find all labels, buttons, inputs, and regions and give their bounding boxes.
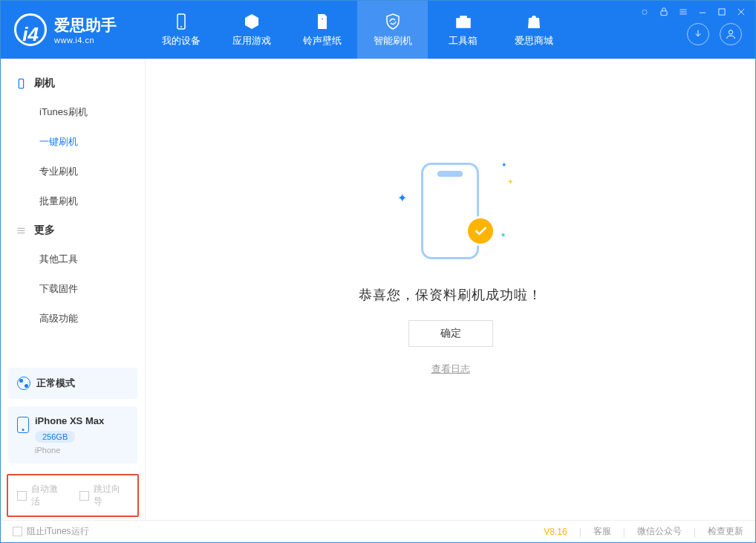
tab-label: 应用游戏: [232, 34, 271, 48]
link-update[interactable]: 检查更新: [708, 525, 743, 538]
ok-button[interactable]: 确定: [408, 320, 493, 347]
toolbox-icon: [454, 12, 473, 31]
app-url: www.i4.cn: [54, 36, 117, 45]
lock-icon[interactable]: [659, 7, 669, 17]
svg-rect-11: [19, 79, 23, 88]
logo-icon: i4: [14, 13, 47, 46]
separator: |: [579, 527, 581, 537]
tab-flash[interactable]: 智能刷机: [357, 1, 428, 59]
tab-device[interactable]: 我的设备: [146, 1, 216, 59]
device-card[interactable]: iPhone XS Max 256GB iPhone: [8, 406, 137, 464]
checkbox-label: 阻止iTunes运行: [27, 525, 89, 538]
sidebar-item-advanced[interactable]: 高级功能: [1, 304, 145, 334]
checkbox-block-itunes[interactable]: 阻止iTunes运行: [13, 525, 89, 538]
device-name: iPhone XS Max: [35, 415, 104, 426]
device-phone-icon: [17, 417, 29, 433]
view-log-link[interactable]: 查看日志: [431, 363, 470, 376]
music-file-icon: [313, 12, 332, 31]
tab-label: 我的设备: [162, 34, 201, 48]
svg-point-10: [729, 30, 732, 34]
checkbox-icon: [13, 527, 22, 536]
tab-ringtone[interactable]: 铃声壁纸: [287, 1, 357, 59]
top-tabs: 我的设备 应用游戏 铃声壁纸 智能刷机 工具箱 爱思商城: [146, 1, 569, 59]
outfit-icon[interactable]: [639, 7, 650, 17]
status-bar: 阻止iTunes运行 V8.16 | 客服 | 微信公众号 | 检查更新: [1, 520, 755, 542]
success-message: 恭喜您，保资料刷机成功啦！: [359, 286, 542, 304]
success-illustration: ✦ ✦ ● ✦: [384, 158, 518, 270]
checkbox-icon: [79, 491, 89, 501]
body: 刷机 iTunes刷机 一键刷机 专业刷机 批量刷机 更多 其他工具 下载固件 …: [1, 59, 755, 520]
logo-text: 爱思助手 www.i4.cn: [54, 15, 117, 45]
sparkle-icon: ✦: [507, 178, 513, 186]
mode-icon: [17, 377, 30, 390]
sidebar-item-itunes[interactable]: iTunes刷机: [1, 97, 145, 127]
list-icon: [16, 225, 27, 236]
device-icon: [16, 78, 27, 89]
window-controls: [639, 7, 746, 17]
tab-label: 智能刷机: [374, 34, 412, 48]
success-check-icon: [466, 216, 495, 246]
sidebar-item-othertools[interactable]: 其他工具: [1, 244, 145, 274]
tab-label: 铃声壁纸: [303, 34, 342, 48]
phone-illustration-icon: [421, 163, 479, 259]
bag-icon: [524, 12, 544, 31]
sidebar-cards: 正常模式 iPhone XS Max 256GB iPhone: [1, 360, 145, 474]
group-label: 刷机: [34, 77, 55, 90]
device-type: iPhone: [35, 446, 104, 455]
minimize-icon[interactable]: [697, 7, 708, 17]
shield-refresh-icon: [383, 12, 403, 31]
checkbox-icon: [17, 491, 27, 501]
phone-icon: [172, 12, 191, 31]
svg-rect-7: [719, 9, 725, 15]
close-icon[interactable]: [736, 7, 746, 17]
sidebar-bottom-options: 自动激活 跳过向导: [7, 474, 139, 517]
mode-label: 正常模式: [36, 377, 75, 390]
user-button[interactable]: [720, 23, 742, 45]
sparkle-icon: ✦: [397, 191, 407, 205]
checkbox-autoactivate[interactable]: 自动激活: [17, 483, 66, 508]
tab-store[interactable]: 爱思商城: [498, 1, 569, 59]
tab-apps[interactable]: 应用游戏: [216, 1, 287, 59]
separator: |: [694, 527, 696, 537]
app-header: i4 爱思助手 www.i4.cn 我的设备 应用游戏 铃声壁纸 智能刷机 工具…: [1, 1, 755, 59]
logo-area: i4 爱思助手 www.i4.cn: [1, 1, 146, 59]
device-capacity: 256GB: [35, 431, 75, 443]
svg-rect-2: [661, 11, 667, 16]
sidebar-item-firmware[interactable]: 下载固件: [1, 274, 145, 304]
checkbox-label: 自动激活: [31, 483, 66, 508]
sidebar-group-flash: 刷机: [1, 69, 145, 97]
separator: |: [623, 527, 625, 537]
sidebar-group-more: 更多: [1, 216, 145, 244]
group-label: 更多: [34, 224, 55, 237]
link-kefu[interactable]: 客服: [593, 525, 611, 538]
checkbox-skipguide[interactable]: 跳过向导: [79, 483, 128, 508]
link-wechat[interactable]: 微信公众号: [637, 525, 682, 538]
download-button[interactable]: [687, 23, 709, 45]
tab-toolbox[interactable]: 工具箱: [428, 1, 498, 59]
menu-icon[interactable]: [678, 7, 688, 17]
sparkle-icon: ✦: [501, 161, 507, 169]
version-label: V8.16: [544, 527, 567, 537]
cube-icon: [242, 12, 261, 31]
checkbox-label: 跳过向导: [94, 483, 128, 508]
sidebar: 刷机 iTunes刷机 一键刷机 专业刷机 批量刷机 更多 其他工具 下载固件 …: [1, 59, 146, 520]
sidebar-item-oneclick[interactable]: 一键刷机: [1, 127, 145, 157]
sidebar-nav: 刷机 iTunes刷机 一键刷机 专业刷机 批量刷机 更多 其他工具 下载固件 …: [1, 59, 145, 360]
account-buttons: [687, 23, 742, 45]
sidebar-item-pro[interactable]: 专业刷机: [1, 157, 145, 186]
app-name: 爱思助手: [54, 15, 117, 36]
maximize-icon[interactable]: [717, 7, 727, 17]
mode-card[interactable]: 正常模式: [8, 368, 137, 399]
main-content: ✦ ✦ ● ✦ 恭喜您，保资料刷机成功啦！ 确定 查看日志: [146, 59, 755, 520]
sidebar-item-batch[interactable]: 批量刷机: [1, 186, 145, 216]
tab-label: 爱思商城: [515, 34, 553, 48]
sparkle-icon: ●: [501, 230, 505, 238]
tab-label: 工具箱: [449, 34, 478, 48]
